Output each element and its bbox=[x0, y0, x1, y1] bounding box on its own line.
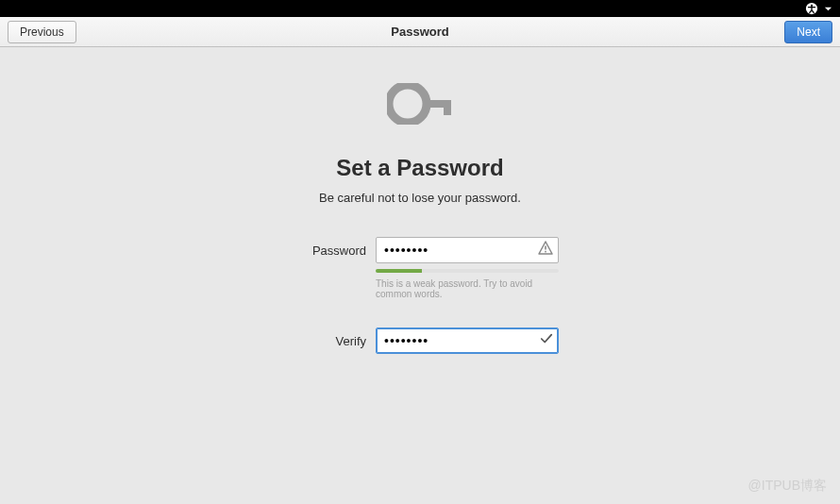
password-row: Password bbox=[281, 237, 559, 263]
verify-input[interactable] bbox=[376, 328, 559, 354]
page-title: Set a Password bbox=[336, 155, 503, 181]
warning-icon bbox=[538, 241, 553, 260]
accessibility-icon[interactable] bbox=[805, 2, 818, 15]
password-label: Password bbox=[281, 244, 366, 258]
svg-point-1 bbox=[811, 5, 813, 7]
password-strength-fill bbox=[376, 269, 422, 273]
password-strength-hint: This is a weak password. Try to avoid co… bbox=[376, 278, 559, 299]
header-title: Password bbox=[391, 25, 448, 39]
page-subtitle: Be careful not to lose your password. bbox=[319, 191, 521, 205]
key-icon bbox=[387, 83, 453, 128]
checkmark-icon bbox=[540, 332, 553, 349]
verify-row: Verify bbox=[281, 328, 559, 354]
password-strength-bar bbox=[376, 269, 559, 273]
password-input[interactable] bbox=[376, 237, 559, 263]
svg-rect-5 bbox=[545, 246, 546, 250]
svg-point-2 bbox=[389, 85, 427, 123]
system-top-bar bbox=[0, 0, 840, 17]
next-button[interactable]: Next bbox=[784, 21, 832, 43]
svg-rect-4 bbox=[444, 100, 451, 115]
content-area: Set a Password Be careful not to lose yo… bbox=[0, 47, 840, 359]
verify-label: Verify bbox=[281, 334, 366, 348]
svg-rect-6 bbox=[545, 251, 546, 253]
previous-button[interactable]: Previous bbox=[8, 21, 76, 43]
header-bar: Previous Password Next bbox=[0, 17, 840, 47]
watermark: @ITPUB博客 bbox=[748, 478, 827, 495]
dropdown-icon[interactable] bbox=[824, 5, 832, 13]
